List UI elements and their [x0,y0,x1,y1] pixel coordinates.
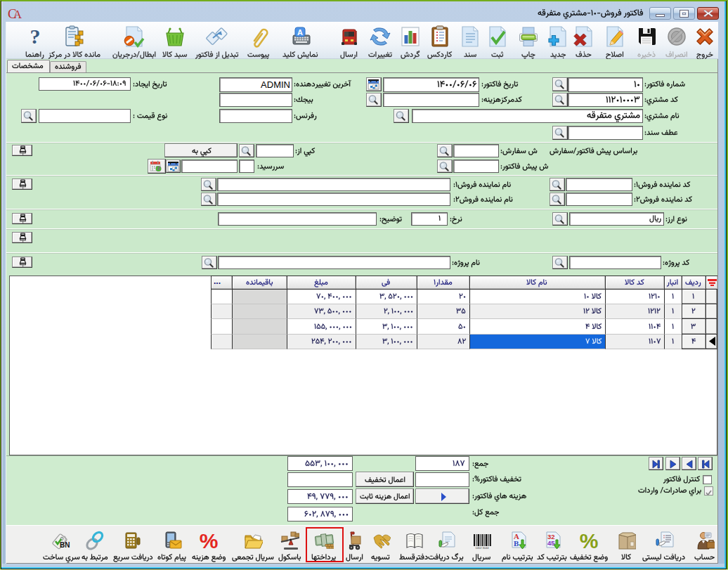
svg-text:A: A [297,28,303,37]
svg-text:B: B [514,539,519,548]
svg-text:?: ? [30,25,41,48]
svg-text:%: % [580,531,599,550]
svg-text:BN: BN [60,541,70,549]
svg-text:1402 3044: 1402 3044 [476,546,490,550]
svg-text:%: % [200,531,219,550]
